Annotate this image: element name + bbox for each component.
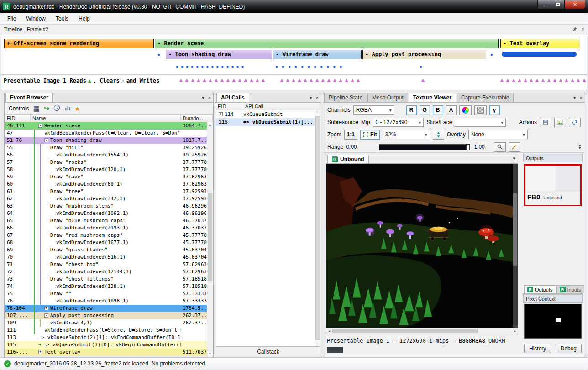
minimize-button[interactable]: —	[537, 0, 551, 9]
maximize-button[interactable]	[551, 0, 565, 9]
texture-list-dropdown-icon[interactable]: ▾	[513, 156, 515, 162]
flip-y-button[interactable]	[433, 130, 444, 140]
channels-select[interactable]: RGBA▾	[353, 105, 394, 115]
range-max-value[interactable]: 1.00	[474, 144, 491, 150]
tree-expander-icon[interactable]: -	[44, 138, 48, 142]
scroll-left-icon[interactable]: ◄	[326, 328, 332, 334]
scrollbar-thumb[interactable]	[332, 329, 478, 333]
panel-tab[interactable]: Texture Viewer	[409, 93, 456, 102]
event-row[interactable]: 116-...+Text overlay511.7037	[5, 349, 207, 356]
column-api-call[interactable]: API Call	[243, 103, 320, 110]
close-button[interactable]: ×	[565, 0, 585, 9]
io-tab[interactable]: RInputs	[556, 285, 584, 293]
event-row[interactable]: 47vkCmdBeginRenderPass(C=Clear, D=Clear,…	[5, 130, 207, 137]
scroll-down-icon[interactable]: ▼	[207, 351, 213, 356]
event-row[interactable]: 107-...-Apply post processing262.37...	[5, 312, 207, 319]
zoom-range-button[interactable]	[494, 142, 506, 152]
fit-button[interactable]: Fit	[360, 130, 380, 140]
autofit-range-button[interactable]	[509, 142, 520, 152]
event-row[interactable]: 51-76-Toon shading draw1017.7...	[5, 137, 207, 144]
api-call-row[interactable]: +114vkQueueSubmit	[216, 110, 315, 118]
event-row[interactable]: 75Draw ""57.33333	[5, 290, 207, 297]
menu-item[interactable]: Help	[74, 14, 95, 24]
panel-tab[interactable]: Mesh Output	[368, 93, 408, 102]
tree-expander-icon[interactable]: -	[44, 313, 48, 318]
scroll-up-icon[interactable]: ▲	[207, 122, 213, 128]
title-bar[interactable]: R debugmarker.rdc - RenderDoc Unofficial…	[0, 0, 588, 13]
event-row[interactable]: 69Draw "grass blades"45.03704	[5, 246, 207, 254]
checkerboard-button[interactable]	[474, 105, 487, 115]
range-min-value[interactable]: 0.00	[346, 144, 375, 150]
api-calls-scrollbar[interactable]	[315, 110, 320, 346]
channel-r-button[interactable]: R	[406, 105, 417, 115]
statistics-icon[interactable]	[64, 104, 71, 112]
dropdown-icon[interactable]: ▾	[573, 95, 576, 101]
jump-to-eid-icon[interactable]: ↪	[44, 105, 50, 112]
event-row[interactable]: 115→=> vkQueueSubmit(1)[0]: vkBeginComma…	[5, 341, 207, 349]
timeline-block[interactable]: - Toon shading draw	[166, 50, 272, 59]
scrollbar-thumb[interactable]	[513, 193, 517, 266]
debug-button[interactable]: Debug	[556, 344, 582, 353]
viewport-hscrollbar[interactable]: ◄ ►	[326, 328, 518, 334]
tree-expander-icon[interactable]: +	[44, 306, 48, 310]
tree-expander-icon[interactable]: -	[38, 124, 42, 128]
bookmark-icon[interactable]: *	[75, 108, 79, 113]
event-row[interactable]: 111vkCmdEndRenderPass(C=Store, D=Store, …	[5, 327, 207, 334]
column-name[interactable]: Name	[31, 115, 181, 122]
event-row[interactable]: 61Draw "tree"37.92593	[5, 188, 207, 195]
event-row[interactable]: 70vkCmdDrawIndexed(516,1)45.03704	[5, 254, 207, 261]
colorwheel-button[interactable]	[459, 105, 472, 115]
event-row[interactable]: 68vkCmdDrawIndexed(1677,1)45.77778	[5, 239, 207, 246]
texture-viewport[interactable]	[326, 164, 518, 328]
timeline-block[interactable]: + Off-screen scene rendering	[4, 39, 154, 48]
close-icon[interactable]: ×	[580, 95, 583, 101]
timeline-block[interactable]: - Render scene	[155, 39, 499, 48]
api-table-header[interactable]: EID API Call	[216, 103, 320, 110]
event-row[interactable]: 60vkCmdDrawIndexed(60,1)37.62963	[5, 181, 207, 188]
event-row[interactable]: 57Draw "rocks"37.77778	[5, 159, 207, 166]
event-row[interactable]: 113=> vkQueueSubmit(2)[1]: vkEndCommandB…	[5, 334, 207, 341]
event-row[interactable]: 76vkCmdDrawIndexed(1098,1)57.33333	[5, 297, 207, 305]
timeline-block[interactable]: - Wireframe draw	[273, 50, 362, 59]
column-eid[interactable]: EID	[5, 115, 31, 122]
column-eid[interactable]: EID	[216, 103, 243, 110]
viewport-vscrollbar[interactable]	[513, 164, 518, 328]
save-texture-button[interactable]	[540, 118, 551, 127]
close-icon[interactable]: ×	[316, 95, 319, 101]
scroll-right-icon[interactable]: ►	[512, 328, 518, 334]
open-image-button[interactable]	[554, 118, 566, 127]
menu-item[interactable]: Window	[21, 14, 51, 24]
channel-a-button[interactable]: A	[446, 105, 457, 115]
event-row[interactable]: 67Draw "red mushroom caps"45.77778	[5, 232, 207, 239]
timeline-block[interactable]: - Apply post processing	[362, 50, 486, 59]
api-call-row[interactable]: 115=> vkQueueSubmit(1)[...	[216, 118, 315, 126]
event-browser-scrollbar[interactable]: ▲ ▼	[207, 122, 213, 356]
event-row[interactable]: 71Draw "chest box"57.62963	[5, 261, 207, 268]
io-tab[interactable]: ROutputs	[524, 285, 556, 293]
event-row[interactable]: 62vkCmdDrawIndexed(342,1)37.92593	[5, 195, 207, 203]
callstack-section[interactable]: Callstack	[216, 346, 320, 356]
find-event-icon[interactable]: ▦	[33, 105, 40, 112]
timeline-block[interactable]: - Text overlay	[500, 39, 580, 48]
tree-expander-icon[interactable]: +	[219, 112, 223, 116]
event-row[interactable]: 72vkCmdDrawIndexed(12144,1)57.62963	[5, 268, 207, 276]
refresh-button[interactable]	[569, 118, 581, 127]
event-row[interactable]: 73Draw "chest fittings"57.18518	[5, 276, 207, 283]
history-button[interactable]: History	[524, 344, 551, 353]
slice-face-select[interactable]: ▾	[455, 118, 506, 127]
event-row[interactable]: 78-104+Wireframe draw1784.5...	[5, 305, 207, 312]
panel-tab[interactable]: Capture Executable	[457, 93, 514, 102]
zoom-1to1-button[interactable]: 1:1	[344, 130, 357, 140]
channel-g-button[interactable]: G	[420, 105, 430, 115]
event-row[interactable]: 59Draw "cave"37.62963	[5, 173, 207, 181]
event-row[interactable]: 63Draw "mushroom stems"46.96296	[5, 203, 207, 210]
event-row[interactable]: 74vkCmdDrawIndexed(138,1)57.18518	[5, 283, 207, 290]
tree-expander-icon[interactable]: +	[38, 350, 42, 354]
overlay-select[interactable]: None▾	[468, 130, 528, 139]
dropdown-icon[interactable]: ▾	[202, 95, 205, 101]
texture-tab-unbound[interactable]: R Unbound	[327, 155, 369, 163]
fb0-thumbnail[interactable]: FB0 Unbound	[524, 164, 582, 206]
event-row[interactable]: 109vkCmdDraw(4,1)262.37...	[5, 319, 207, 327]
event-row[interactable]: 46-111-Render scene3064.7...	[5, 122, 207, 130]
range-slider-thumb[interactable]	[466, 144, 470, 150]
